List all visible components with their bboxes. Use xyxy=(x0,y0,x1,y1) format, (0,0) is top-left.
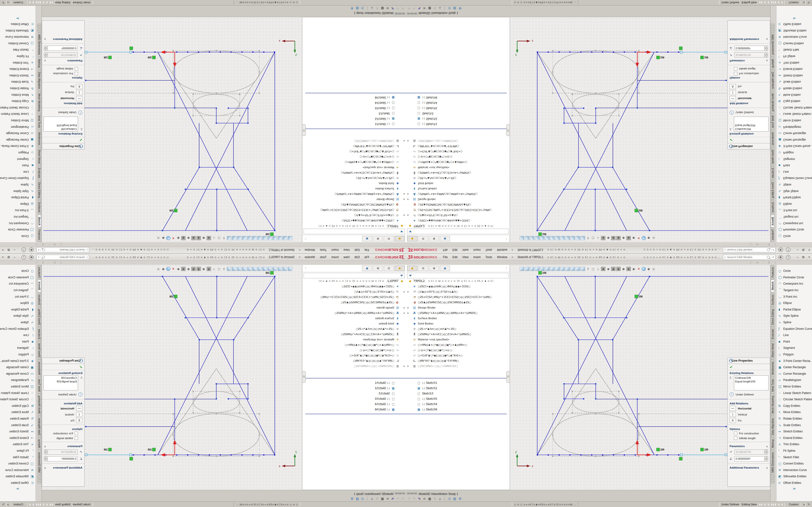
command-tab[interactable]: Mold Tools xyxy=(771,113,774,130)
hide-show-planes-icon[interactable]: ◉ xyxy=(621,236,626,240)
sketch-tool[interactable]: ƒEquation Driven Curve xyxy=(776,175,812,181)
minimize-button[interactable]: – xyxy=(797,255,799,259)
relation-callout[interactable]: = 109 xyxy=(104,56,112,59)
view-dimetric-cube-icon[interactable] xyxy=(555,236,560,240)
vertical-relation-button[interactable]: | xyxy=(729,412,736,417)
angle-spinner[interactable]: ▲▼ xyxy=(765,46,768,51)
tree-filter-box[interactable] xyxy=(304,273,405,278)
document-tab[interactable]: 3D Views xyxy=(426,11,439,15)
close-button[interactable]: × xyxy=(2,255,4,259)
sketch-tool[interactable]: ○Circle xyxy=(776,268,812,274)
sketch-tool[interactable]: ⊏Offset Entities xyxy=(776,480,812,486)
infinite-length-checkbox[interactable] xyxy=(75,67,78,70)
sketch-tool[interactable]: ×Trim Entities xyxy=(0,441,36,448)
mbd-tab-icon[interactable]: ✎ xyxy=(805,0,812,5)
view-settings-eye-icon[interactable]: ◉ xyxy=(647,267,651,271)
scene-cube-icon[interactable]: ▣ xyxy=(652,267,656,271)
gauge[interactable]: ◑○ƧS♟◎ƧSИNƐΞSƧ○◎○ƧSƐΞИNSƧ◎♟ƧS○ xyxy=(406,202,507,207)
sketch-tool[interactable]: ⁞Segment xyxy=(776,345,812,351)
vertical-relation-button[interactable]: | xyxy=(76,412,83,417)
status-tool-icon[interactable]: ≡ xyxy=(386,497,389,501)
previous-view-icon[interactable]: ↥ xyxy=(222,236,226,240)
view-iso-cube-icon[interactable] xyxy=(257,267,262,271)
sketch-tool[interactable]: ◇Polygon xyxy=(776,351,812,358)
relations-listbox[interactable]: Collinear108 Equal length109 xyxy=(44,117,78,131)
command-tab[interactable]: Markup xyxy=(771,57,774,70)
ok-check-icon[interactable]: ✔ xyxy=(729,365,733,370)
sketch-tool[interactable]: ↻Rotate Entities xyxy=(0,415,36,422)
tree-filter-box[interactable] xyxy=(407,273,508,278)
command-tab[interactable]: MBD Dimensions xyxy=(38,32,41,57)
document-tab[interactable]: Model xyxy=(418,11,426,15)
relations-listbox[interactable]: Collinear108 Equal length109 xyxy=(44,376,78,390)
hide-show-planes-icon[interactable]: ◉ xyxy=(186,236,191,240)
length-input[interactable]: 10.88152731 xyxy=(48,53,78,58)
command-tab[interactable]: Markup xyxy=(38,57,41,70)
status-tool-icon[interactable]: ✎ xyxy=(401,7,404,10)
status-tool-icon[interactable]: ⊥ xyxy=(371,497,373,501)
view-right-cube-icon[interactable] xyxy=(272,236,277,240)
search-box[interactable]: ◇ Search CAD Models ▼ xyxy=(37,247,89,252)
status-tool-icon[interactable]: ┆ xyxy=(444,7,446,10)
quick-access-toolbar-glyphs[interactable]: ⊙ ƐΞ ⊙ Ш ⊙ ⊙ ⊙ × ⊙ ƆⅭ ⊙ ƐΞ ⊙ + ⊙ ƧS ⊙ ♟ … xyxy=(187,249,265,251)
hist[interactable]: ▶↺○Λ♟◎+ƧS°Ɛ○◎○Ɛ°SƧ+◎♟Λ○ xyxy=(305,213,406,218)
sketch-tool[interactable]: ◎Ellipse xyxy=(776,201,812,207)
command-tab[interactable]: ⋮ xyxy=(771,24,774,28)
expand-chevron-icon[interactable]: ∨ xyxy=(44,466,46,469)
for-construction-checkbox[interactable] xyxy=(734,432,737,435)
view-top-cube-icon[interactable] xyxy=(267,236,272,240)
account-icon[interactable]: ◉ xyxy=(778,255,783,260)
menu-item[interactable]: Window xyxy=(495,248,510,252)
collapse-chevron-icon[interactable]: ∧ xyxy=(766,59,768,62)
sketch-tool[interactable]: ≋Intersection Curve xyxy=(776,467,812,473)
view-four-cube-icon[interactable] xyxy=(581,236,585,240)
sketch-tool[interactable]: ∿Style Spline xyxy=(776,188,812,194)
help-icon[interactable]: ? xyxy=(786,255,791,260)
sketch-tool[interactable]: ◎Ellipse xyxy=(0,201,36,207)
quick-access-toolbar-glyphs[interactable]: ⊙ ƐΞ ⊙ Ш ⊙ ⊙ ⊙ × ⊙ ƆⅭ ⊙ ƐΞ ⊙ + ⊙ ƧS ⊙ ♟ … xyxy=(547,256,625,259)
pl[interactable]: ▱○+ИN◎♟+○*◉|○◎○|◉*○+♟◎ИN+○ xyxy=(406,342,507,347)
command-tab[interactable]: Evaluate xyxy=(771,166,774,180)
command-tab[interactable]: ⋮ xyxy=(771,479,774,483)
sketch-tool[interactable]: ◠Centerpoint Arc xyxy=(776,220,812,226)
configurationmanager-tab[interactable]: ⊕ xyxy=(429,266,439,271)
sketch-tool[interactable]: □Convert Entities xyxy=(776,460,812,467)
tab-scroll-button[interactable]: |◄ xyxy=(402,12,405,16)
sketch-tool[interactable]: ×Trim Entities xyxy=(776,59,812,66)
command-tab[interactable]: Direct Editing xyxy=(38,307,41,327)
ok-check-icon[interactable]: ✔ xyxy=(729,138,733,143)
view-iso-cube-icon[interactable] xyxy=(257,236,262,240)
sens[interactable]: ◔○ƧS+ƐΞSƧ○ИN◎°+ƆⅭƐΞ∩ƐΞSƧ○◎○ƧSƐΞ∩ƐΞⅭƆ+°◎И… xyxy=(406,294,507,300)
status-tool-icon[interactable]: ▦ xyxy=(428,497,431,501)
length-input[interactable]: 10.88152731 xyxy=(734,450,764,455)
pl[interactable]: ▱○+Ɛɔ9°♟○*◉|○◎○|◉*○♟°9ɔƐ+○ xyxy=(305,353,406,358)
mbd-tab-icon[interactable]: ✎ xyxy=(0,502,7,507)
status-tool-icon[interactable]: ⊥ xyxy=(371,7,373,10)
sketch-tool[interactable]: ↻Rotate Entities xyxy=(776,85,812,92)
sketch-tool[interactable]: ⁘Linear Sketch Pattern xyxy=(776,111,812,117)
relation-callout[interactable]: ∕ xyxy=(679,47,682,50)
sketch-tool[interactable]: ◡3 Point Arc xyxy=(776,207,812,214)
ann[interactable]: ▶A○ƧSИN◎°+Α+◎ИNΑ○◎○ΑИN◎+Α+°◎ИNƧS○ xyxy=(305,310,406,316)
rollback-bar[interactable] xyxy=(406,378,507,379)
sketch-tool[interactable]: ◇Polygon xyxy=(0,150,36,156)
pl[interactable]: ▱○·◎+○*◉|○◎○|◉*○+◎·○ xyxy=(305,347,406,353)
tab-scroll-button[interactable]: |◄ xyxy=(407,491,410,495)
mat[interactable]: ≡Material <not specified> xyxy=(305,337,406,342)
sk[interactable]: □(-)Sketch5 xyxy=(305,396,406,401)
sketch-tool[interactable]: ⧉Copy Entities xyxy=(0,402,36,409)
skg2[interactable]: ▦(-)Sketch6 xyxy=(406,95,507,100)
sketch-tool[interactable]: ▭Corner Rectangle xyxy=(776,371,812,377)
command-tab[interactable]: Sheet Metal xyxy=(771,341,774,359)
status-tool-icon[interactable]: ▦ xyxy=(381,7,384,10)
sketch-tool[interactable]: ◜Fit Spline xyxy=(0,53,36,60)
command-tab[interactable]: MBD Dimensions xyxy=(38,450,41,475)
panel-tabs-chevron-icon[interactable]: 〉 xyxy=(304,266,306,271)
command-tab[interactable]: ⋮ xyxy=(38,475,41,479)
status-tool-icon[interactable]: ✎ xyxy=(396,7,399,10)
pl[interactable]: ▱○+ИN◎♟+○*◉|○◎○|◉*○+♟◎ИN+○ xyxy=(305,342,406,347)
menu-item[interactable]: Tools xyxy=(483,248,495,252)
angle-input[interactable]: 0.00000000° xyxy=(734,456,764,461)
star[interactable]: ★○ƧSƐΞ+◉♟◎ΛΑΦ○◎○ΦΑΛ◎♟◉+ΞƐSƧ○ xyxy=(406,284,507,289)
sketch-tool[interactable]: ⧉Copy Entities xyxy=(776,402,812,409)
